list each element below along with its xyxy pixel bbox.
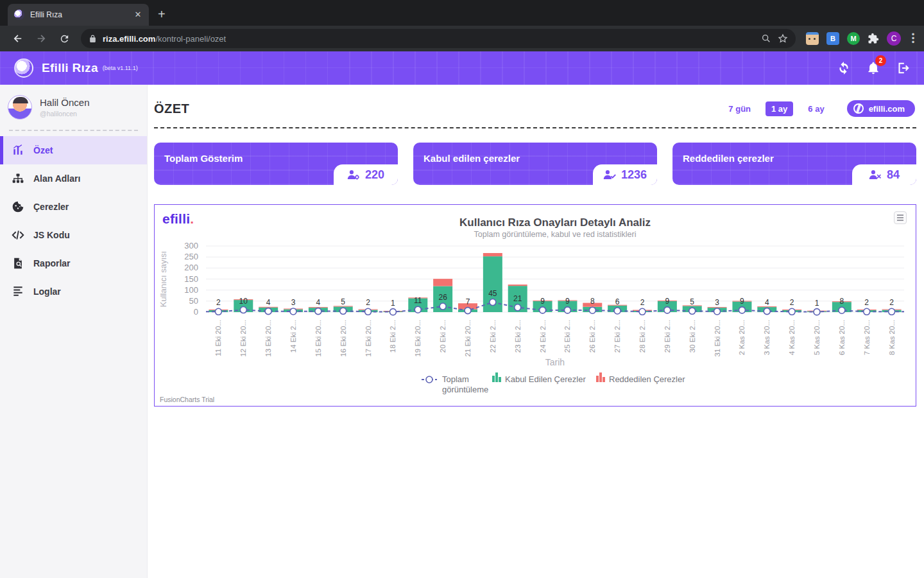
line-marker[interactable] (614, 308, 620, 314)
url-bar[interactable]: riza.efilli.com/kontrol-paneli/ozet (81, 29, 796, 48)
sidebar-item-alan-adlari[interactable]: Alan Adları (0, 164, 147, 193)
line-marker[interactable] (515, 304, 521, 311)
line-marker[interactable] (589, 307, 595, 313)
reload-button[interactable] (55, 30, 73, 48)
line-marker[interactable] (889, 308, 895, 315)
svg-text:9: 9 (565, 297, 570, 306)
page-title: ÖZET (154, 101, 189, 116)
sidebar-item-zet[interactable]: Özet (0, 136, 147, 164)
line-marker[interactable] (265, 308, 271, 315)
line-marker[interactable] (340, 308, 346, 314)
user-avatar (8, 95, 32, 119)
extension-face-icon[interactable] (806, 32, 819, 45)
svg-text:300: 300 (184, 241, 198, 250)
user-name: Halil Öncen (40, 97, 90, 108)
line-marker[interactable] (839, 307, 845, 313)
period-button-6-ay[interactable]: 6 ay (802, 101, 830, 116)
forward-button[interactable] (32, 30, 50, 48)
bar-rejected[interactable] (259, 307, 278, 308)
line-marker[interactable] (689, 308, 696, 314)
svg-text:2 Kas 20...: 2 Kas 20... (738, 320, 746, 355)
line-marker[interactable] (215, 308, 221, 315)
logout-icon[interactable] (896, 61, 910, 75)
new-tab-button[interactable]: + (158, 4, 166, 26)
line-marker[interactable] (240, 307, 246, 313)
tab-close-icon[interactable]: ✕ (132, 9, 144, 21)
line-marker[interactable] (490, 299, 496, 306)
notifications-bell-icon[interactable]: 2 (866, 61, 880, 75)
app-header: Efilli Rıza (beta v1.11.1) 2 (0, 51, 924, 85)
line-marker[interactable] (465, 308, 471, 314)
line-marker[interactable] (315, 308, 321, 315)
svg-text:Toplam görüntüleme, kabul ve r: Toplam görüntüleme, kabul ve red istatis… (474, 230, 637, 239)
line-marker[interactable] (290, 308, 296, 315)
svg-text:Kullanıcı sayısı: Kullanıcı sayısı (158, 251, 168, 307)
line-marker[interactable] (739, 307, 745, 313)
svg-text:50: 50 (189, 296, 198, 306)
sidebar-item-loglar[interactable]: Loglar (0, 277, 147, 306)
line-marker[interactable] (789, 308, 795, 315)
bar-rejected[interactable] (708, 307, 727, 308)
line-marker[interactable] (540, 307, 546, 313)
svg-text:0: 0 (194, 307, 198, 317)
line-marker[interactable] (440, 303, 446, 310)
sidebar-item-raporlar[interactable]: Raporlar (0, 249, 147, 277)
back-button[interactable] (9, 30, 27, 48)
svg-text:25 Eki 2...: 25 Eki 2... (563, 320, 571, 353)
refresh-icon[interactable] (837, 61, 851, 75)
user-x-icon (869, 169, 882, 180)
chart-menu-icon[interactable] (894, 211, 907, 224)
bookmark-star-icon[interactable] (778, 33, 788, 44)
site-selector-button[interactable]: efilli.com (847, 100, 915, 117)
sidebar-item-erezler[interactable]: Çerezler (0, 193, 147, 221)
line-marker[interactable] (564, 307, 570, 313)
bar-rejected[interactable] (483, 253, 502, 256)
svg-text:9: 9 (540, 297, 545, 306)
svg-text:7 Kas 20...: 7 Kas 20... (863, 320, 871, 355)
bar-rejected[interactable] (508, 285, 527, 286)
sidebar-item-label: Raporlar (33, 258, 71, 268)
app-title: Efilli Rıza (42, 61, 98, 75)
period-selector: 7 gün1 ay6 ay efilli.com (723, 100, 915, 117)
line-marker[interactable] (415, 306, 421, 313)
line-marker[interactable] (714, 308, 721, 315)
svg-text:11: 11 (414, 296, 422, 305)
browser-profile-avatar[interactable]: C (887, 31, 901, 46)
stat-card-title: Toplam Gösterim (154, 143, 398, 164)
svg-text:2: 2 (889, 298, 894, 307)
tab-title: Efilli Rıza (30, 10, 132, 19)
line-marker[interactable] (764, 308, 770, 315)
extensions-puzzle-icon[interactable] (868, 33, 879, 44)
period-button-7-g-n[interactable]: 7 gün (723, 101, 757, 116)
stat-card-badge: 1236 (593, 164, 657, 185)
svg-text:29 Eki 2...: 29 Eki 2... (663, 320, 671, 353)
line-marker[interactable] (814, 309, 820, 315)
line-marker[interactable] (365, 308, 372, 315)
sidebar-item-js-kodu[interactable]: JS Kodu (0, 221, 147, 249)
browser-menu-icon[interactable]: ••• (909, 33, 918, 44)
browser-tab[interactable]: Efilli Rıza ✕ (8, 4, 149, 26)
period-button-1-ay[interactable]: 1 ay (766, 101, 793, 116)
svg-text:200: 200 (184, 263, 198, 272)
svg-text:10: 10 (239, 297, 248, 306)
sidebar-item-label: Özet (33, 145, 53, 155)
line-marker[interactable] (639, 308, 646, 315)
extension-green-icon[interactable]: M (847, 32, 860, 45)
svg-text:27 Eki 2...: 27 Eki 2... (613, 320, 621, 353)
page-header-row: ÖZET 7 gün1 ay6 ay efilli.com (154, 99, 916, 128)
bar-rejected[interactable] (433, 279, 452, 286)
line-marker[interactable] (664, 307, 671, 313)
stat-card-title: Reddedilen çerezler (672, 143, 916, 164)
svg-text:9: 9 (665, 297, 670, 306)
stat-card-value: 1236 (621, 168, 647, 182)
svg-text:görüntüleme: görüntüleme (442, 385, 488, 394)
line-marker[interactable] (389, 309, 396, 315)
chart-icon (12, 144, 24, 157)
line-marker[interactable] (864, 308, 870, 315)
user-handle: @haliloncen (40, 110, 90, 118)
sidebar-divider (9, 130, 138, 131)
efilli-watermark: efilli. (162, 211, 194, 227)
svg-text:19 Eki 20...: 19 Eki 20... (414, 320, 422, 357)
zoom-icon[interactable] (761, 33, 771, 44)
extension-tag-icon[interactable]: B (826, 32, 839, 45)
